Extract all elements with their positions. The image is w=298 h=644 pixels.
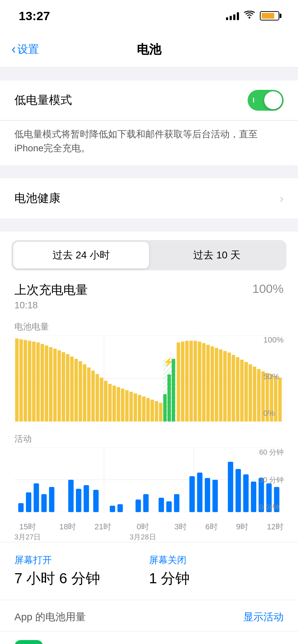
svg-rect-29 <box>112 386 116 422</box>
svg-rect-66 <box>257 369 261 422</box>
svg-rect-52 <box>198 341 202 422</box>
toggle-label: I <box>253 97 254 104</box>
svg-rect-26 <box>100 378 103 422</box>
x-label-12: 12时 <box>267 521 283 542</box>
svg-rect-92 <box>174 494 179 512</box>
svg-rect-99 <box>243 474 249 512</box>
charge-title: 上次充电电量 <box>14 282 88 298</box>
tab-bar: 过去 24 小时 过去 10 天 <box>12 240 286 270</box>
x-label-21: 21时 <box>94 521 111 542</box>
y-label-100: 100% <box>263 335 284 345</box>
screen-off-value: 1 分钟 <box>149 569 284 588</box>
svg-rect-100 <box>251 482 256 512</box>
svg-rect-50 <box>189 341 193 422</box>
svg-rect-48 <box>181 341 185 422</box>
svg-rect-30 <box>117 387 120 422</box>
battery-y-labels: 100% 50% 0% <box>263 335 284 422</box>
svg-rect-28 <box>108 384 112 422</box>
svg-rect-36 <box>142 396 146 422</box>
svg-rect-79 <box>33 483 39 512</box>
x-label-18: 18时 <box>59 521 76 542</box>
svg-rect-85 <box>93 490 99 512</box>
svg-rect-18 <box>66 354 69 422</box>
battery-health-label: 电池健康 <box>14 190 60 206</box>
svg-rect-54 <box>206 345 210 422</box>
screen-off-stat: 屏幕关闭 1 分钟 <box>149 554 284 588</box>
svg-rect-21 <box>78 361 82 422</box>
svg-rect-19 <box>70 356 74 422</box>
charge-info: 上次充电电量 100% <box>14 282 284 298</box>
svg-rect-59 <box>227 353 231 422</box>
svg-rect-10 <box>32 341 36 422</box>
tab-10d[interactable]: 过去 10 天 <box>149 242 285 268</box>
svg-rect-37 <box>146 398 150 422</box>
svg-rect-45 <box>163 359 176 422</box>
activity-y-100: 60 分钟 <box>259 447 284 457</box>
charge-pct: 100% <box>252 282 284 296</box>
chart-section: 上次充电电量 100% 10:18 电池电量 <box>0 270 298 542</box>
back-chevron-icon: ‹ <box>12 42 16 57</box>
svg-rect-24 <box>91 371 95 422</box>
svg-rect-87 <box>117 504 123 512</box>
svg-rect-58 <box>223 351 227 422</box>
status-bar: 13:27 <box>0 0 298 32</box>
battery-health-section: 电池健康 › <box>0 178 298 218</box>
toggle-knob <box>264 91 282 109</box>
low-power-toggle[interactable]: I <box>248 90 284 111</box>
nav-bar: ‹ 设置 电池 <box>0 32 298 68</box>
app-row-wechat[interactable]: 微信 19% <box>0 631 298 644</box>
svg-rect-78 <box>26 492 31 512</box>
activity-y-50: 30 分钟 <box>259 475 284 485</box>
svg-point-0 <box>249 17 250 19</box>
section-gap-3 <box>0 218 298 231</box>
svg-rect-77 <box>18 503 24 512</box>
svg-rect-86 <box>110 506 115 512</box>
svg-rect-62 <box>240 360 244 422</box>
low-power-row: 低电量模式 I <box>0 80 298 120</box>
svg-rect-39 <box>155 401 158 422</box>
signal-icon <box>226 12 239 20</box>
svg-rect-93 <box>189 476 195 512</box>
low-power-section: 低电量模式 I 低电量模式将暂时降低如下载和邮件获取等后台活动，直至 iPhon… <box>0 80 298 165</box>
show-activity-button[interactable]: 显示活动 <box>243 610 284 624</box>
battery-health-row[interactable]: 电池健康 › <box>0 178 298 218</box>
svg-rect-64 <box>249 364 252 422</box>
svg-rect-38 <box>150 400 154 422</box>
svg-rect-9 <box>28 341 31 422</box>
page-title: 电池 <box>137 41 161 58</box>
svg-rect-89 <box>143 494 149 512</box>
tab-section: 过去 24 小时 过去 10 天 <box>0 231 298 270</box>
tab-24h[interactable]: 过去 24 小时 <box>13 242 149 268</box>
svg-rect-14 <box>49 347 53 422</box>
svg-rect-35 <box>138 395 141 422</box>
x-label-9: 9时 <box>236 521 248 542</box>
svg-rect-88 <box>136 500 141 512</box>
svg-rect-81 <box>49 487 54 512</box>
battery-chart-label: 电池电量 <box>14 321 284 332</box>
charge-time: 10:18 <box>14 300 284 311</box>
section-gap-1 <box>0 68 298 80</box>
y-label-50: 50% <box>263 372 284 381</box>
svg-rect-84 <box>83 485 89 512</box>
back-label: 设置 <box>17 42 39 57</box>
low-power-description: 低电量模式将暂时降低如下载和邮件获取等后台活动，直至 iPhone完全充电。 <box>0 120 298 165</box>
svg-rect-47 <box>177 342 180 422</box>
x-label-6: 6时 <box>205 521 217 542</box>
svg-rect-20 <box>74 359 78 422</box>
screen-stats: 屏幕打开 7 小时 6 分钟 屏幕关闭 1 分钟 <box>0 542 298 600</box>
app-usage-header: App 的电池用量 显示活动 <box>0 600 298 631</box>
svg-rect-63 <box>244 362 248 422</box>
svg-rect-60 <box>232 355 235 422</box>
svg-rect-15 <box>53 349 57 422</box>
screen-on-value: 7 小时 6 分钟 <box>14 569 149 588</box>
battery-level-chart: ⚡ <box>14 335 284 422</box>
screen-off-label: 屏幕关闭 <box>149 554 284 566</box>
section-gap-2 <box>0 165 298 178</box>
svg-rect-27 <box>104 381 108 422</box>
svg-rect-33 <box>130 392 133 422</box>
back-button[interactable]: ‹ 设置 <box>12 42 39 57</box>
svg-rect-57 <box>219 349 222 422</box>
screen-on-label: 屏幕打开 <box>14 554 149 566</box>
svg-rect-23 <box>87 367 91 422</box>
wifi-icon <box>244 11 255 21</box>
